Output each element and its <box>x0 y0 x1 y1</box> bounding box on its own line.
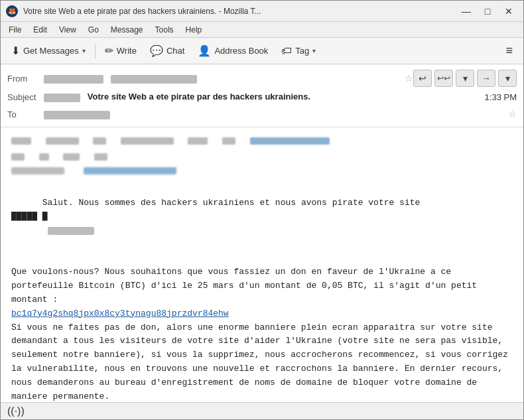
expand-icon: ▾ <box>463 73 468 84</box>
from-redact-2 <box>111 75 197 84</box>
reply-all-button[interactable]: ↩↩ <box>434 70 453 87</box>
forward-button[interactable]: → <box>477 70 495 87</box>
to-redact <box>44 111 110 119</box>
from-redact-1 <box>44 75 103 84</box>
reply-icon: ↩ <box>419 73 426 84</box>
get-messages-dropdown-arrow[interactable]: ▾ <box>82 47 86 54</box>
chat-button[interactable]: 💬 Chat <box>145 41 190 61</box>
address-book-icon: 👤 <box>198 44 211 57</box>
site-redact <box>48 227 94 235</box>
blur-block-2b <box>39 153 49 161</box>
email-time: 1:33 PM <box>485 92 517 102</box>
hamburger-menu[interactable]: ≡ <box>500 41 518 60</box>
menu-view[interactable]: View <box>54 24 82 36</box>
email-body: Salut. Nous sommes des hackers ukrainien… <box>1 127 523 402</box>
menu-file[interactable]: File <box>3 24 27 36</box>
from-row: From ☆ ↩ ↩↩ ▾ → <box>7 68 517 88</box>
tag-button[interactable]: 🏷 Tag ▾ <box>276 41 321 61</box>
toolbar: ⬇ Get Messages ▾ ✏ Write 💬 Chat 👤 Addres… <box>1 38 523 64</box>
tag-dropdown-arrow[interactable]: ▾ <box>312 47 316 54</box>
window-title: Votre site Web a ete pirate par des hack… <box>23 7 452 16</box>
subject-redact <box>44 94 80 102</box>
more-button[interactable]: ▾ <box>498 70 517 87</box>
to-star-icon[interactable]: ☆ <box>508 109 517 119</box>
title-bar: 🦊 Votre site Web a ete pirate par des ha… <box>1 1 523 22</box>
blur-block-1d <box>121 137 174 145</box>
blur-block-2d <box>94 153 107 161</box>
get-messages-button[interactable]: ⬇ Get Messages ▾ <box>6 41 91 61</box>
body-from-link[interactable] <box>84 166 176 175</box>
menu-help[interactable]: Help <box>180 24 208 36</box>
blur-block-2c <box>63 153 80 161</box>
to-row: To ☆ <box>7 105 517 123</box>
maximize-button[interactable]: □ <box>478 4 497 19</box>
subject-row: Subject Votre site Web a ete pirate par … <box>7 88 517 105</box>
more-icon: ▾ <box>505 73 510 84</box>
to-value <box>44 109 504 119</box>
menu-message[interactable]: Message <box>105 24 149 36</box>
blur-link-1-text <box>250 137 330 145</box>
blur-block-1f <box>222 137 235 145</box>
chat-icon: 💬 <box>150 44 163 57</box>
email-actions: ↩ ↩↩ ▾ → ▾ <box>413 70 517 87</box>
get-messages-icon: ⬇ <box>11 44 20 57</box>
menu-go[interactable]: Go <box>83 24 104 36</box>
forward-icon: → <box>482 73 491 84</box>
reply-button[interactable]: ↩ <box>413 70 432 87</box>
blur-link-1[interactable] <box>250 137 330 146</box>
menu-bar: File Edit View Go Message Tools Help <box>1 22 523 38</box>
app-icon: 🦊 <box>6 5 18 17</box>
from-label: From <box>7 74 44 84</box>
reply-all-icon: ↩↩ <box>437 74 450 83</box>
blur-block-1c <box>93 137 106 145</box>
main-window: 🦊 Votre site Web a ete pirate par des ha… <box>0 0 524 420</box>
blur-block-2a <box>11 153 25 161</box>
bitcoin-address[interactable]: bc1q7y4g2shq8jpx0x8cy3tynagu88jprzdvr84e… <box>11 309 229 318</box>
address-book-button[interactable]: 👤 Address Book <box>192 41 273 61</box>
blur-block-3a <box>11 167 64 175</box>
menu-tools[interactable]: Tools <box>150 24 179 36</box>
body-header-blur-1 <box>11 135 513 148</box>
body-paragraph1: Que voulons-nous? Nous souhaitons que vo… <box>11 265 513 320</box>
blur-block-1e <box>188 137 208 145</box>
tag-icon: 🏷 <box>281 45 292 57</box>
body-header-blur-2 <box>11 151 513 163</box>
body-from-link-text <box>84 167 176 175</box>
blur-block-1a <box>11 137 31 145</box>
subject-value: Votre site Web a ete pirate par des hack… <box>44 92 485 102</box>
subject-main-text: Votre site Web a ete pirate par des hack… <box>88 92 310 102</box>
from-value <box>44 73 401 83</box>
close-button[interactable]: ✕ <box>499 4 518 19</box>
subject-label: Subject <box>7 92 44 102</box>
blur-block-1b <box>46 137 79 145</box>
wifi-icon: ((·)) <box>7 405 25 417</box>
expand-button[interactable]: ▾ <box>456 70 474 87</box>
body-from-line <box>11 165 513 177</box>
status-bar: ((·)) <box>1 402 523 419</box>
minimize-button[interactable]: — <box>457 4 476 19</box>
body-paragraph2: Si vous ne faites pas de don, alors une … <box>11 321 513 402</box>
toolbar-separator-1 <box>95 43 96 59</box>
menu-edit[interactable]: Edit <box>28 24 52 36</box>
to-label: To <box>7 109 44 119</box>
write-icon: ✏ <box>105 44 113 57</box>
window-controls: — □ ✕ <box>457 4 518 19</box>
from-star-icon[interactable]: ☆ <box>405 73 413 84</box>
email-header: From ☆ ↩ ↩↩ ▾ → <box>1 64 523 127</box>
body-intro: Salut. Nous sommes des hackers ukrainien… <box>11 183 513 252</box>
write-button[interactable]: ✏ Write <box>99 41 142 61</box>
